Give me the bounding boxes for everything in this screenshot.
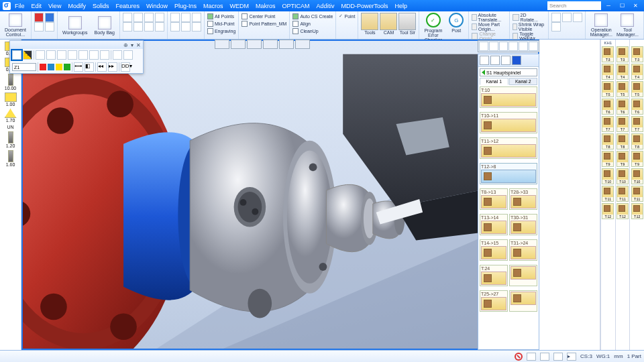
shape7-icon[interactable] (144, 22, 154, 32)
tool-sir-button[interactable] (398, 13, 416, 30)
menu-makros[interactable]: Makros (256, 3, 276, 9)
strip-item[interactable]: T:8 (616, 133, 629, 149)
tool-f-icon[interactable] (89, 50, 99, 60)
shape2-icon[interactable] (133, 13, 143, 22)
panel-btn-3[interactable] (501, 56, 511, 65)
tool-c-icon[interactable] (57, 50, 66, 60)
program-checker-button[interactable]: ✓ Program Error Checker (422, 13, 444, 42)
view-tab-3[interactable] (247, 40, 262, 49)
status-btn-2[interactable] (540, 353, 549, 361)
solid4-icon[interactable] (170, 22, 180, 32)
tool-slot[interactable]: T31->24 (509, 239, 537, 261)
strip-item[interactable]: T:3 (602, 46, 614, 62)
strip-item[interactable]: T:3 (631, 46, 643, 62)
strip-item[interactable]: T:9 (602, 151, 614, 167)
menu-features[interactable]: Features (115, 3, 140, 9)
param-5[interactable]: 1.70 (2, 109, 19, 123)
panel-btn-2[interactable] (490, 56, 500, 65)
solid2-icon[interactable] (181, 13, 191, 22)
tool-slot[interactable]: T:24 (480, 265, 508, 286)
tab-kanal-2[interactable]: Kanal 2 (509, 78, 538, 85)
abs-translate-button[interactable]: Absolute Translate... (472, 13, 506, 22)
strip-item[interactable]: T:6 (631, 99, 643, 115)
tool-slot[interactable]: T12->8 (480, 163, 537, 184)
tool-slot[interactable]: T13->14 (480, 214, 508, 235)
tool-manager-button[interactable]: Tool Manager... (614, 13, 641, 38)
strip-item[interactable]: T:3 (616, 46, 629, 62)
tool-e-icon[interactable] (78, 50, 88, 60)
menu-plugins[interactable]: Plug-Ins (174, 3, 197, 9)
status-wg[interactable]: WG:1 (596, 353, 610, 359)
solid6-icon[interactable] (192, 22, 201, 32)
view-tab-2[interactable] (231, 40, 246, 49)
point-button[interactable]: ✓Point (339, 13, 355, 19)
wire-icon[interactable] (34, 22, 44, 32)
swatch-red-icon[interactable] (40, 64, 46, 70)
pencil-icon[interactable] (23, 50, 32, 60)
strip-item[interactable]: T:9 (631, 151, 643, 167)
tool-slot[interactable]: T30->31 (509, 214, 537, 235)
toolbar-menu-icon[interactable]: ▾ (131, 42, 133, 48)
cam-browser-button[interactable] (380, 13, 397, 30)
shrinkwrap-button[interactable]: Shrink Wrap Visible (513, 22, 545, 32)
strip-item[interactable]: T:7 (631, 116, 643, 132)
tab-kanal-1[interactable]: Kanal 1 (480, 78, 508, 85)
search-input[interactable]: Search (547, 1, 601, 10)
view-tab-4[interactable] (263, 40, 278, 49)
window-maximize-button[interactable] (616, 1, 628, 10)
cube-icon[interactable]: ◧ (85, 62, 94, 72)
color3-icon[interactable] (573, 13, 582, 22)
strip-item[interactable]: T:4 (616, 64, 629, 80)
shape3-icon[interactable] (144, 13, 154, 22)
tool-slot[interactable]: T14->15 (480, 239, 508, 261)
tool-b-icon[interactable] (46, 50, 56, 60)
tool-slot[interactable] (509, 265, 537, 286)
menu-mdd[interactable]: MDD-PowerTools (341, 3, 388, 9)
view-tab-1[interactable] (215, 40, 229, 49)
move-origin-button[interactable]: Move Part Origin... (472, 22, 506, 32)
tool-slot[interactable]: T11->12 (480, 137, 537, 159)
dd-icon[interactable]: DD▾ (121, 62, 130, 72)
status-cs[interactable]: CS:3 (580, 353, 592, 359)
panel-btn-1[interactable] (480, 56, 489, 65)
param-3[interactable]: 10.00 (2, 74, 19, 90)
point-pattern-toggle[interactable]: Point Pattern_MM (241, 21, 286, 27)
tools-browser-button[interactable] (361, 13, 378, 30)
menu-additiv[interactable]: Additiv (317, 3, 335, 9)
view-tab-5[interactable] (279, 40, 294, 49)
operation-manager-button[interactable]: Operation Manager... (588, 13, 614, 38)
strip-item[interactable]: T:10 (616, 168, 629, 184)
3d-viewport[interactable] (21, 40, 539, 350)
param-4[interactable]: 1.00 (2, 93, 19, 107)
toolbar-close-icon[interactable]: ✕ (136, 42, 141, 48)
window-minimize-button[interactable] (602, 1, 614, 10)
strip-item[interactable]: T:4 (602, 64, 614, 80)
spindle-tool-1[interactable] (479, 42, 488, 51)
spindle-title[interactable]: S1 Hauptspindel (480, 68, 537, 76)
document-control-button[interactable]: Document Control... (3, 13, 28, 38)
menu-modify[interactable]: Modify (68, 3, 86, 9)
all-points-toggle[interactable]: All Points (207, 13, 236, 19)
solid5-icon[interactable] (181, 22, 191, 32)
tool-slot[interactable]: T8->13 (480, 188, 508, 210)
color1-icon[interactable] (551, 13, 561, 22)
shape4-icon[interactable] (155, 13, 164, 22)
floating-toolbar[interactable]: ⊕▾✕ Z1 ⟷ ◧ ◂◂ ▸▸ DD▾ (9, 40, 144, 74)
shape5-icon[interactable] (123, 22, 132, 32)
menu-macros[interactable]: Macros (203, 3, 223, 9)
pin-icon[interactable]: ⊕ (123, 42, 128, 48)
status-btn-1[interactable] (527, 353, 536, 361)
view-tab-6[interactable] (295, 40, 310, 49)
strip-item[interactable]: T:7 (616, 116, 629, 132)
strip-item[interactable]: T:11 (631, 186, 643, 202)
strip-item[interactable]: T:6 (602, 99, 614, 115)
status-units[interactable]: mm (614, 353, 623, 359)
status-btn-3[interactable] (553, 353, 563, 361)
engraving-toggle[interactable]: Engraving (207, 28, 236, 34)
menu-edit[interactable]: Edit (32, 3, 42, 9)
tool-h-icon[interactable] (113, 50, 122, 60)
strip-item[interactable]: T:10 (602, 168, 614, 184)
strip-item[interactable]: T:7 (602, 116, 614, 132)
spindle-tool-6[interactable] (529, 42, 538, 51)
menu-help[interactable]: Help (395, 3, 408, 9)
